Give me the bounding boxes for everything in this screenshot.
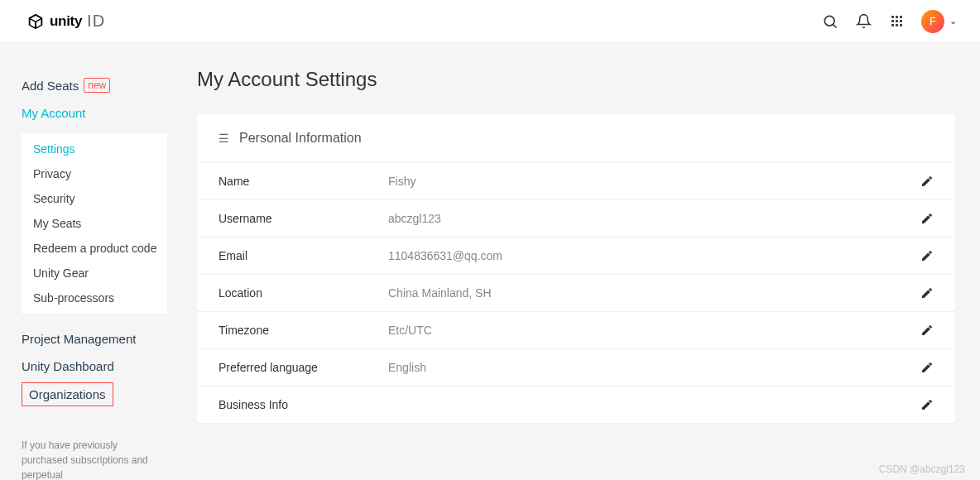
subnav-item-my-seats[interactable]: My Seats (22, 211, 167, 236)
edit-icon[interactable] (920, 398, 934, 411)
sidebar-note: If you have previously purchased subscri… (22, 438, 182, 480)
card-header: ☰ Personal Information (197, 114, 955, 163)
card-header-title: Personal Information (239, 131, 362, 146)
sidebar-subnav: Settings Privacy Security My Seats Redee… (22, 133, 167, 314)
subnav-item-settings[interactable]: Settings (22, 137, 167, 161)
sidebar-item-label: My Account (22, 106, 86, 120)
user-menu[interactable]: F ⌄ (921, 10, 957, 33)
subnav-item-unity-gear[interactable]: Unity Gear (22, 261, 167, 286)
edit-icon[interactable] (920, 212, 934, 225)
chevron-down-icon: ⌄ (949, 16, 957, 26)
edit-icon[interactable] (920, 324, 934, 337)
edit-icon[interactable] (920, 249, 934, 262)
personal-info-card: ☰ Personal Information Name Fishy Userna… (197, 114, 955, 424)
badge-new: new (84, 78, 110, 93)
logo[interactable]: unity ID (26, 12, 105, 31)
sidebar-item-organizations[interactable]: Organizations (29, 387, 106, 401)
row-label: Username (219, 212, 388, 225)
subnav-item-sub-processors[interactable]: Sub-processors (22, 286, 167, 310)
row-label: Location (219, 286, 388, 300)
svg-rect-5 (891, 20, 894, 22)
svg-line-1 (833, 24, 837, 27)
header-actions: F ⌄ (822, 10, 957, 33)
subnav-item-redeem[interactable]: Redeem a product code (22, 236, 167, 261)
apps-grid-icon[interactable] (888, 13, 905, 30)
avatar: F (921, 10, 944, 33)
svg-rect-9 (896, 24, 898, 26)
row-value: Fishy (388, 175, 920, 188)
highlight-box: Organizations (22, 382, 113, 406)
row-value: China Mainland, SH (388, 286, 920, 300)
svg-rect-8 (891, 24, 894, 26)
watermark: CSDN @abczgl123 (879, 463, 965, 475)
row-location: Location China Mainland, SH (197, 275, 955, 312)
row-value: abczgl123 (388, 212, 920, 225)
id-text: ID (87, 12, 105, 31)
page-title: My Account Settings (197, 68, 955, 91)
subnav-item-privacy[interactable]: Privacy (22, 161, 167, 186)
row-username: Username abczgl123 (197, 200, 955, 238)
list-icon: ☰ (219, 132, 229, 145)
header: unity ID F ⌄ (0, 0, 980, 43)
row-value: 1104836631@qq.com (388, 249, 920, 262)
svg-rect-4 (900, 16, 902, 18)
sidebar-item-label: Organizations (29, 387, 106, 401)
svg-rect-3 (896, 16, 898, 18)
edit-icon[interactable] (920, 175, 934, 188)
sidebar-item-project-management[interactable]: Project Management (22, 325, 182, 353)
layout: Add Seats new My Account Settings Privac… (0, 43, 980, 480)
row-label: Preferred language (219, 361, 388, 374)
svg-point-0 (824, 16, 834, 26)
row-business: Business Info (197, 386, 955, 424)
row-language: Preferred language English (197, 349, 955, 386)
sidebar-item-label: Project Management (22, 332, 136, 346)
svg-rect-6 (896, 20, 898, 22)
row-value: English (388, 361, 920, 374)
sidebar-item-unity-dashboard[interactable]: Unity Dashboard (22, 353, 182, 380)
row-name: Name Fishy (197, 163, 955, 200)
edit-icon[interactable] (920, 361, 934, 374)
sidebar: Add Seats new My Account Settings Privac… (0, 43, 182, 480)
row-label: Timezone (219, 324, 388, 337)
search-icon[interactable] (822, 13, 838, 30)
row-label: Name (219, 175, 388, 188)
row-label: Business Info (219, 398, 388, 411)
edit-icon[interactable] (920, 286, 934, 300)
subnav-item-security[interactable]: Security (22, 186, 167, 211)
svg-rect-2 (891, 16, 894, 18)
sidebar-item-label: Unity Dashboard (22, 359, 114, 373)
row-timezone: Timezone Etc/UTC (197, 312, 955, 349)
sidebar-item-my-account[interactable]: My Account (22, 99, 182, 127)
main: My Account Settings ☰ Personal Informati… (182, 43, 980, 480)
row-email: Email 1104836631@qq.com (197, 238, 955, 275)
logo-text: unity (50, 13, 82, 30)
unity-logo-icon (26, 12, 45, 31)
svg-rect-10 (900, 24, 902, 26)
row-label: Email (219, 249, 388, 262)
sidebar-item-label: Add Seats (22, 79, 79, 93)
svg-rect-7 (900, 20, 902, 22)
bell-icon[interactable] (855, 13, 872, 30)
sidebar-item-add-seats[interactable]: Add Seats new (22, 71, 182, 99)
row-value: Etc/UTC (388, 324, 920, 337)
